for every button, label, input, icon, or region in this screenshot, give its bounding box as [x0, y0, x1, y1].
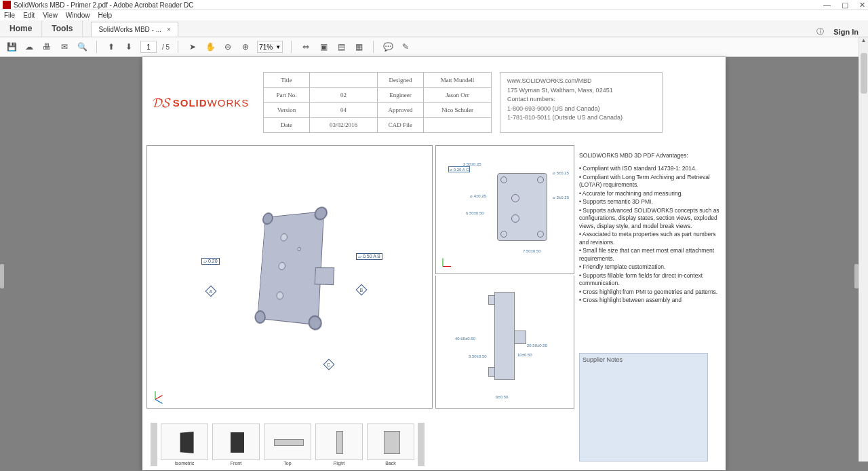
document-tab[interactable]: SolidWorks MBD - ... × — [91, 22, 178, 37]
separator — [96, 41, 97, 53]
contact-label: Contact numbers: — [507, 95, 655, 105]
document-viewport[interactable]: 𝓓𝓢 SOLIDWORKS Title Designed Matt Mundel… — [0, 57, 868, 471]
adv-bullet: • Cross highlight between assembly and — [579, 297, 720, 304]
print-icon[interactable]: 🖶 — [41, 41, 53, 53]
part-front — [497, 173, 547, 241]
part-side — [494, 292, 515, 380]
menu-bar: File Edit View Window Help — [0, 10, 868, 20]
cell-date-value: 03/02/2016 — [310, 117, 378, 132]
tab-tools[interactable]: Tools — [42, 20, 83, 37]
primary-tabs: Home Tools — [0, 20, 83, 37]
separator — [373, 41, 374, 53]
document-tab-label: SolidWorks MBD - ... — [98, 26, 161, 33]
title-bar: SolidWorks MBD - Primer 2.pdf - Adobe Ac… — [0, 0, 868, 10]
thumb-scroll-right[interactable] — [418, 423, 425, 466]
page-number-input[interactable] — [140, 41, 157, 53]
cell-engineer-label: Engineer — [378, 88, 424, 102]
read-mode-icon[interactable]: ▦ — [353, 41, 365, 53]
thumb-front[interactable]: Front — [212, 423, 260, 466]
logo-text: SOLIDWORKS — [173, 97, 250, 109]
window-title: SolidWorks MBD - Primer 2.pdf - Adobe Ac… — [14, 1, 193, 9]
dim-st6: ⌀ 2±0.25 — [553, 195, 569, 200]
header-block: 𝓓𝓢 SOLIDWORKS Title Designed Matt Mundel… — [146, 72, 722, 133]
thumb-isometric[interactable]: Isometric — [160, 423, 209, 466]
menu-window[interactable]: Window — [66, 12, 90, 19]
fit-width-icon[interactable]: ⇔ — [300, 41, 312, 53]
thumb-top[interactable]: Top — [263, 423, 312, 466]
contact-phone-intl: 1-781-810-5011 (Outside US and Canada) — [507, 113, 655, 123]
page-down-icon[interactable]: ⬇ — [123, 41, 135, 53]
dim-st7: 7.50±0.50 — [523, 249, 541, 253]
isometric-view[interactable]: ▱ 0.20 ▱ 0.50 A B A B C — [146, 145, 433, 409]
zoom-out-icon[interactable]: ⊖ — [222, 41, 234, 53]
contact-box: www.SOLIDWORKS.com/MBD 175 Wyman St, Wal… — [500, 72, 663, 133]
datum-a: A — [205, 286, 217, 297]
adv-bullet: • Compliant with Long Term Archiving and… — [579, 174, 720, 189]
close-tab-icon[interactable]: × — [167, 26, 171, 33]
menu-help[interactable]: Help — [98, 12, 112, 19]
contact-address: 175 Wyman St, Waltham, Mass, 02451 — [507, 86, 655, 96]
logo-glyph: 𝓓𝓢 — [153, 95, 170, 111]
thumb-back[interactable]: Back — [366, 423, 415, 466]
sign-icon[interactable]: ✎ — [399, 41, 412, 53]
dim-sb2: 3.50±0.50 — [469, 354, 487, 358]
dim-st2: ⌀ 0.20 A C — [448, 166, 470, 172]
menu-file[interactable]: File — [4, 12, 15, 19]
view-thumbnails: Isometric Front Top Right Back — [151, 421, 590, 468]
menu-edit[interactable]: Edit — [23, 12, 35, 19]
adv-bullet: • Cross highlight from PMI to geometries… — [579, 288, 720, 296]
sign-in-button[interactable]: Sign In — [833, 28, 859, 36]
cell-engineer-value: Jason Orr — [424, 88, 492, 102]
menu-view[interactable]: View — [43, 12, 58, 19]
cell-date-label: Date — [264, 117, 310, 132]
cell-cadfile-value — [424, 117, 492, 132]
minimize-button[interactable]: — — [823, 1, 831, 10]
cell-designed-value: Matt Mundell — [424, 73, 492, 88]
adv-bullet: • Friendly template customization. — [579, 263, 720, 271]
left-panel-handle[interactable] — [0, 264, 4, 288]
search-icon[interactable]: 🔍 — [76, 41, 88, 53]
close-button[interactable]: ✕ — [859, 1, 865, 10]
help-icon[interactable]: ⓘ — [816, 26, 824, 37]
solidworks-logo: 𝓓𝓢 SOLIDWORKS — [146, 72, 255, 133]
thumb-scroll-left[interactable] — [151, 423, 157, 466]
pointer-icon[interactable]: ➤ — [186, 41, 199, 53]
tab-home[interactable]: Home — [0, 20, 42, 37]
toolbar: 💾 ☁ 🖶 ✉ 🔍 ⬆ ⬇ / 5 ➤ ✋ ⊖ ⊕ 71% ▼ ⇔ ▣ ▤ ▦ … — [0, 37, 868, 57]
vertical-scrollbar[interactable]: ▲ — [859, 37, 868, 461]
hand-icon[interactable]: ✋ — [204, 41, 216, 53]
axis-triad-2 — [439, 255, 455, 271]
thumb-right[interactable]: Right — [315, 423, 363, 466]
cell-version-value: 04 — [310, 102, 378, 117]
scrollbar-thumb[interactable] — [861, 53, 867, 94]
email-icon[interactable]: ✉ — [58, 41, 71, 53]
maximize-button[interactable]: ▢ — [842, 1, 848, 10]
advantages-title: SOLIDWORKS MBD 3D PDF Advantages: — [579, 152, 720, 159]
scroll-up-arrow[interactable]: ▲ — [859, 37, 868, 43]
fit-page-icon[interactable]: ▣ — [317, 41, 330, 53]
zoom-select[interactable]: 71% ▼ — [257, 41, 283, 53]
cell-title-value — [310, 73, 378, 88]
adv-bullet: • Supports fillable form fields for dire… — [579, 272, 720, 288]
metadata-table: Title Designed Matt Mundell Part No. 02 … — [263, 72, 492, 133]
tab-row-right: ⓘ Sign In — [816, 26, 868, 37]
comment-icon[interactable]: 💬 — [382, 41, 394, 53]
dim-st4: ⌀ 4±0.25 — [470, 193, 486, 198]
supplier-notes-field[interactable]: Supplier Notes — [579, 353, 708, 461]
contact-url: www.SOLIDWORKS.com/MBD — [507, 77, 655, 86]
adv-bullet: • Accurate for machining and measuring. — [579, 190, 720, 197]
dim-sb5: 6±0.50 — [496, 395, 508, 399]
part-body — [256, 212, 323, 321]
cloud-icon[interactable]: ☁ — [23, 41, 35, 53]
zoom-in-icon[interactable]: ⊕ — [239, 41, 252, 53]
page-up-icon[interactable]: ⬆ — [105, 41, 117, 53]
scroll-mode-icon[interactable]: ▤ — [335, 41, 347, 53]
save-icon[interactable]: 💾 — [5, 41, 18, 53]
pdf-icon — [3, 1, 11, 9]
page-total-label: / 5 — [162, 43, 170, 51]
advantages-text: SOLIDWORKS MBD 3D PDF Advantages: • Comp… — [579, 152, 720, 305]
adv-bullet: • Small file size that can meet most ema… — [579, 247, 720, 263]
contact-phone-us: 1-800-693-9000 (US and Canada) — [507, 105, 655, 114]
pdf-page: 𝓓𝓢 SOLIDWORKS Title Designed Matt Mundel… — [142, 57, 726, 470]
adv-bullet: • Associated to meta properties such as … — [579, 231, 720, 246]
